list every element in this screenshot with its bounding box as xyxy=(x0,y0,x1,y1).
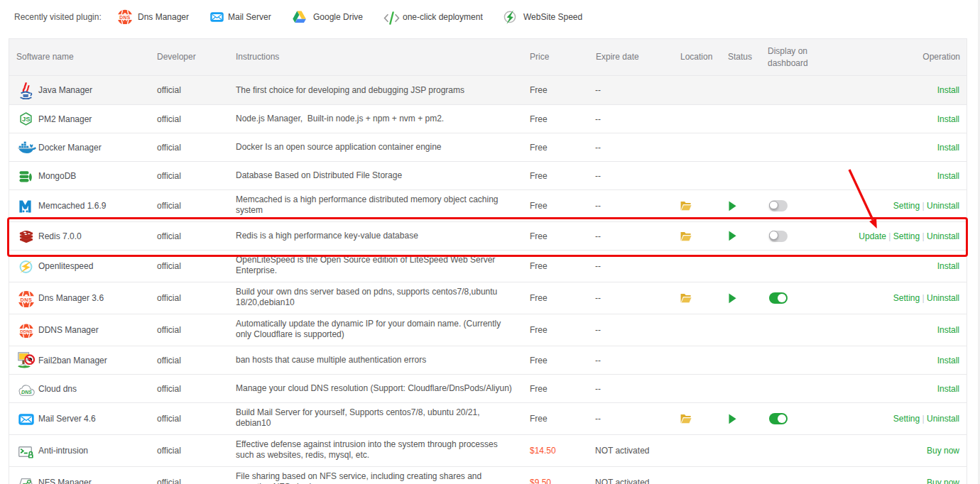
svg-text:DNS: DNS xyxy=(21,390,32,395)
svg-text:DNS: DNS xyxy=(119,15,130,20)
svg-text:DNS: DNS xyxy=(21,297,33,303)
svg-text:JS: JS xyxy=(22,115,31,123)
svg-text:DDNS: DDNS xyxy=(20,329,33,334)
